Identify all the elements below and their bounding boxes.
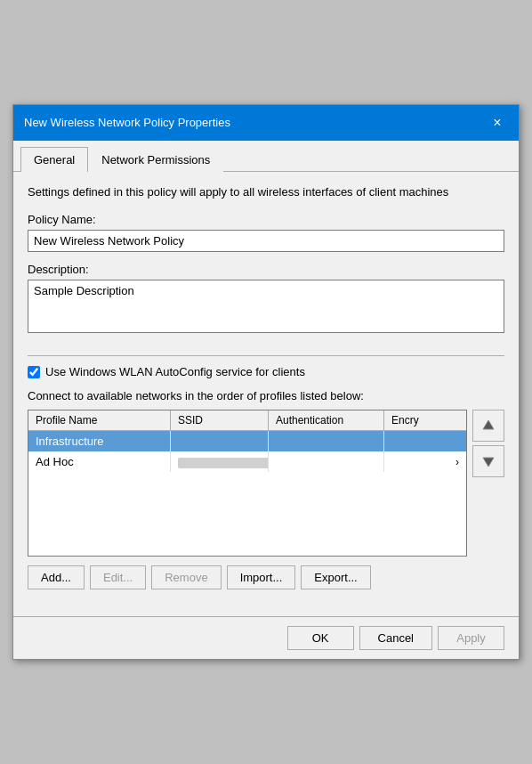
col-profile-name: Profile Name [28,410,171,430]
apply-button[interactable]: Apply [438,626,504,650]
move-up-button[interactable] [472,410,504,442]
edit-button[interactable]: Edit... [90,565,146,589]
info-text: Settings defined in this policy will app… [28,184,504,200]
profile-table-container: Profile Name SSID Authentication Encry I… [28,410,504,557]
svg-marker-0 [483,420,494,429]
row1-profile: Ad Hoc [28,451,171,472]
move-down-button[interactable] [472,445,504,477]
table-header: Profile Name SSID Authentication Encry [28,410,466,431]
col-encry: Encry [384,410,466,430]
autoconfig-checkbox[interactable] [28,366,40,378]
tab-bar: General Network Permissions [13,141,519,172]
add-button[interactable]: Add... [28,565,85,589]
tab-content: Settings defined in this policy will app… [13,172,519,616]
export-button[interactable]: Export... [301,565,370,589]
action-buttons-row: Add... Edit... Remove Import... Export..… [28,565,504,589]
autoconfig-row: Use Windows WLAN AutoConfig service for … [28,365,504,378]
col-auth: Authentication [269,410,384,430]
tab-network-permissions[interactable]: Network Permissions [88,147,223,172]
dialog-title: New Wireless Network Policy Properties [24,116,230,129]
description-label: Description: [28,263,504,276]
footer: OK Cancel Apply [13,616,519,659]
policy-name-label: Policy Name: [28,213,504,226]
autoconfig-label: Use Windows WLAN AutoConfig service for … [45,365,305,378]
row1-ssid [171,451,269,472]
row1-auth [269,451,384,472]
connect-text: Connect to available networks in the ord… [28,389,504,402]
separator [28,355,504,356]
row1-encry: › [384,451,466,472]
tab-general[interactable]: General [20,147,88,172]
remove-button[interactable]: Remove [151,565,221,589]
row0-profile: Infrastructure [28,431,171,451]
policy-name-input[interactable] [28,230,504,252]
ok-button[interactable]: OK [287,626,354,650]
profile-table: Profile Name SSID Authentication Encry I… [28,410,467,557]
row0-encry [384,431,466,451]
col-ssid: SSID [171,410,269,430]
table-body: Infrastructure Ad Hoc › [28,431,466,556]
table-row[interactable]: Infrastructure [28,431,466,451]
import-button[interactable]: Import... [227,565,296,589]
svg-marker-1 [483,458,494,467]
cancel-button[interactable]: Cancel [359,626,432,650]
table-side-buttons [472,410,504,557]
title-bar: New Wireless Network Policy Properties × [13,105,519,141]
row0-auth [269,431,384,451]
close-button[interactable]: × [487,112,508,134]
table-row[interactable]: Ad Hoc › [28,451,466,472]
description-input[interactable]: Sample Description [28,280,504,333]
row0-ssid [171,431,269,451]
dialog-container: New Wireless Network Policy Properties ×… [12,104,520,660]
